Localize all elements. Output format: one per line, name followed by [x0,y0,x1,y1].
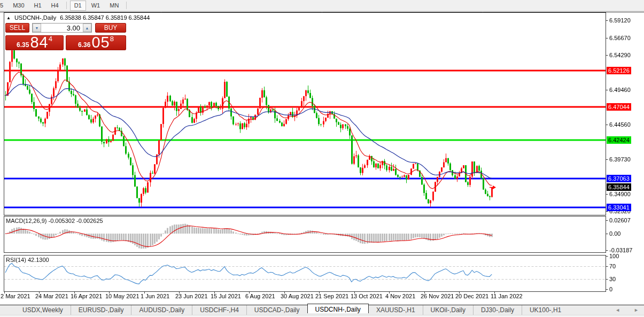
tab-scroll-arrows: ◄ ► [615,307,639,313]
timeframe-d1[interactable]: D1 [70,1,86,11]
tab-uk100-h1[interactable]: UK100-,H1 [522,305,569,315]
price-marker-resistance-1: 6.52126 [607,67,631,74]
chart-quote-values: 6.35838 6.35847 6.35819 6.35844 [60,14,150,21]
price-marker-support-1: 6.37063 [607,175,631,182]
date-label: 30 Aug 2021 [281,293,314,299]
price-marker-pivot: 6.42424 [607,136,631,144]
tab-xauusd-h1[interactable]: XAUUSD-,H1 [369,305,423,315]
timeframe-m30[interactable]: M30 [9,1,28,11]
sell-price-prefix: 6.35 [17,41,29,49]
tab-dj30-daily[interactable]: DJ30-,Daily [473,305,522,315]
date-label: 6 Aug 2021 [245,293,275,299]
price-tick-label: 6.54290 [609,52,631,59]
date-label: 21 Sep 2021 [315,293,348,299]
price-tick-label: 6.56670 [609,35,631,42]
timeframe-h1[interactable]: H1 [30,1,46,11]
toolbar-separator [126,2,127,9]
timeframe-toolbar: 5M30H1H4D1W1MN [0,0,644,11]
price-marker-current-price: 6.35844 [607,183,631,191]
date-label: 10 May 2021 [105,293,139,299]
macd-tick-label: 0.00 [609,230,620,237]
volume-input[interactable] [41,24,83,32]
macd-label: MACD(12,26,9) -0.005302 -0.002625 [6,218,103,224]
tab-usdchf-h4[interactable]: USDCHF-,H4 [192,305,246,315]
buy-price-display[interactable]: 6.36 05 8 [66,35,126,50]
date-label: 4 Nov 2021 [385,293,415,299]
date-label: 1 Jun 2021 [141,293,169,299]
price-tick-label: 6.49460 [609,87,631,94]
date-label: 24 Mar 2021 [35,293,68,299]
date-label: 20 Dec 2021 [455,293,488,299]
tab-audusd-daily[interactable]: AUDUSD-,Daily [131,305,192,315]
tab-scroll-right-icon[interactable]: ► [634,307,639,313]
tab-usdcnh-daily[interactable]: USDCNH-,Daily [307,304,369,313]
tab-ukoil-daily[interactable]: UKOil-,Daily [423,305,473,315]
buy-price-prefix: 6.36 [78,41,90,49]
collapse-chart-icon[interactable]: ▲ [6,15,11,21]
buy-button[interactable]: BUY [95,23,126,33]
price-tick-label: 6.44560 [609,121,631,128]
timeframe-mn[interactable]: MN [105,1,123,11]
price-axis: 6.591206.566706.542906.494606.445606.397… [606,0,644,317]
rsi-label: RSI(14) 42.1300 [6,257,49,263]
chart-title: ▲ USDCNH-,Daily 6.35838 6.35847 6.35819 … [6,14,150,21]
sell-price-big-digits: 84 [30,35,48,49]
chart-symbol-period: USDCNH-,Daily [14,14,56,21]
date-label: 11 Jan 2022 [491,293,523,299]
tab-usdx-weekly[interactable]: USDX,Weekly [15,305,71,315]
timeframe-w1[interactable]: W1 [87,1,105,11]
symbol-tab-bar: USDX,WeeklyEURUSD-,DailyAUDUSD-,DailyUSD… [0,305,644,315]
date-label: 23 Jun 2021 [175,293,208,299]
price-tick-label: 6.39730 [609,156,631,163]
macd-tick-label: 0.02607 [609,217,631,224]
buy-price-big-digits: 05 [91,35,110,49]
tab-eurusd-daily[interactable]: EURUSD-,Daily [71,305,131,315]
rsi-tick-label: 70 [609,263,616,270]
price-tick-label: 6.59120 [609,17,631,24]
volume-decrease-icon[interactable]: ▼ [33,24,41,32]
date-label: 13 Oct 2021 [351,293,383,299]
date-label: 26 Nov 2021 [421,293,454,299]
sell-price-pip: 4 [49,36,52,42]
volume-increase-icon[interactable]: ▲ [83,24,91,32]
tab-scroll-left-icon[interactable]: ◄ [615,307,620,313]
price-marker-resistance-2: 6.47044 [607,103,631,111]
one-click-trade-panel: SELL ▼ ▲ BUY 6.35 84 4 6.36 05 8 [5,23,126,50]
timeframe-5[interactable]: 5 [0,1,7,11]
date-label: 2 Mar 2021 [1,293,30,299]
tab-usdcad-daily[interactable]: USDCAD-,Daily [246,305,307,315]
toolbar-separator [66,2,67,9]
sell-button[interactable]: SELL [5,23,29,33]
volume-stepper: ▼ ▲ [32,23,92,33]
status-strip [0,315,644,317]
rsi-tick-label: 0 [609,286,612,293]
buy-price-pip: 8 [110,36,114,42]
timeframe-h4[interactable]: H4 [47,1,63,11]
price-tick-label: 6.34900 [609,191,631,198]
price-marker-support-2: 6.33041 [607,204,631,211]
date-label: 15 Jul 2021 [211,293,241,299]
date-label: 16 Apr 2021 [71,293,102,299]
rsi-tick-label: 100 [609,253,619,260]
sell-price-display[interactable]: 6.35 84 4 [5,35,64,50]
rsi-tick-label: 30 [609,276,616,283]
